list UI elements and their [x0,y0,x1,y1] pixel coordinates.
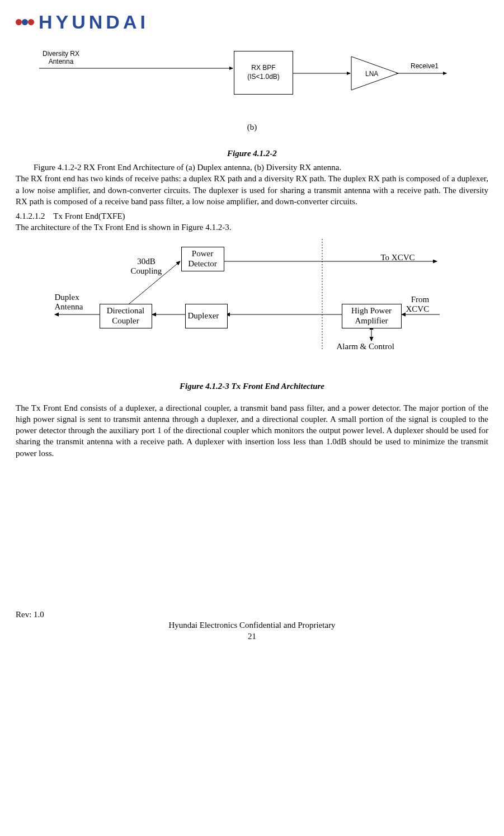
box-high-power-amplifier: High Power Amplifier [342,304,402,328]
logo: HYUNDAI [16,11,488,33]
dot-icon [22,19,28,25]
box-power-detector: Power Detector [181,247,224,271]
paragraph-rx-front-end: The RX front end has two kinds of receiv… [16,173,488,207]
label-receive1: Receive1 [411,62,439,70]
diagram-tx-front-end: Power Detector 30dB Coupling Duplex Ante… [48,239,456,368]
label-lna: LNA [365,70,378,78]
sublabel-b: (b) [16,123,488,132]
label-to-xcvc: To XCVC [381,253,415,262]
section-intro: The architecture of the Tx Front End is … [16,222,488,233]
figure-4-1-2-3-title: Figure 4.1.2-3 Tx Front End Architecture [16,382,488,391]
label-from-xcvc: From XCVC [406,295,430,314]
dot-icon [28,19,34,25]
paragraph-tx-front-end: The Tx Front End consists of a duplexer,… [16,402,488,459]
page-footer: Rev: 1.0 Hyundai Electronics Confidentia… [16,610,488,642]
box-directional-coupler: Directional Coupler [100,304,152,328]
confidential-label: Hyundai Electronics Confidential and Pro… [16,619,488,631]
dot-icon [16,19,22,25]
rev-label: Rev: 1.0 [16,610,488,619]
figure-4-1-2-2-title: Figure 4.1.2-2 [16,149,488,158]
box-duplexer: Duplexer [185,304,228,328]
logo-text: HYUNDAI [39,11,149,33]
section-heading: 4.1.2.1.2 Tx Front End(TXFE) [16,210,488,222]
figure-4-1-2-2-caption: Figure 4.1.2-2 RX Front End Architecture… [16,162,488,173]
label-alarm-control: Alarm & Control [337,342,394,351]
box-rx-bpf: RX BPF (IS<1.0dB) [234,51,293,95]
logo-dots [16,19,34,25]
label-duplex-antenna: Duplex Antenna [55,293,83,312]
diagram-rx-front-end: Diversity RX Antenna RX BPF (IS<1.0dB) L… [16,50,488,117]
page-number: 21 [16,631,488,642]
label-diversity-antenna: Diversity RX Antenna [36,50,86,66]
label-30db-coupling: 30dB Coupling [131,257,162,276]
